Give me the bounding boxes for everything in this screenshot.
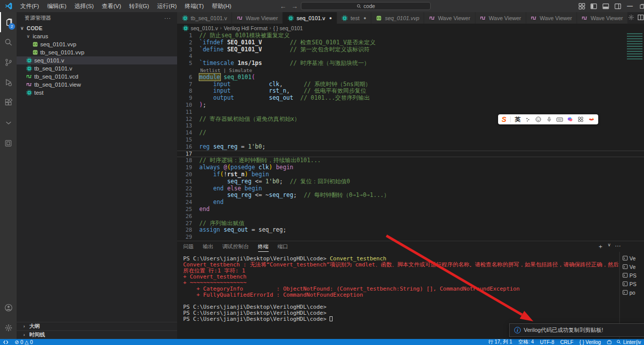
explorer-icon[interactable]: 2 [0, 12, 17, 32]
wave-file-icon [480, 15, 487, 21]
panel-more-icon[interactable]: ··· [615, 242, 621, 251]
panel-tab-问题[interactable]: 问题 [183, 241, 194, 252]
editor-tab[interactable]: tb_seq_0101.v [177, 12, 232, 24]
menu-item[interactable]: 查看(V) [98, 0, 125, 12]
ime-mic-icon[interactable] [546, 116, 552, 123]
restore-window-icon[interactable] [636, 0, 644, 12]
status-item[interactable]: UTF-8 [537, 339, 557, 345]
sidebar-section-时间线[interactable]: ›时间线 [17, 330, 177, 339]
ime-keyboard-icon[interactable] [556, 116, 563, 123]
settings-gear-icon[interactable] [0, 318, 17, 338]
breadcrumb-part[interactable]: { } seq_0101 [273, 25, 303, 31]
terminal-dropdown-icon[interactable]: ∨ [607, 242, 611, 251]
tree-item[interactable]: tb_seq_0101.vcd [17, 73, 177, 81]
code-line: 25end [177, 206, 644, 213]
editor-tab[interactable]: Wave Viewer [424, 12, 475, 24]
toggle-panel-icon[interactable] [600, 0, 612, 12]
tree-item[interactable]: tb_seq_0101.vvp [17, 48, 177, 56]
editor-tab[interactable]: Wave Viewer [577, 12, 628, 24]
ime-toolbox-icon[interactable] [578, 116, 584, 123]
ime-lips-icon[interactable] [588, 116, 595, 123]
command-center-search[interactable]: code [301, 2, 431, 10]
terminal-icon [622, 290, 628, 295]
status-item[interactable]: 空格: 4 [515, 339, 537, 345]
ime-skin-icon[interactable] [567, 116, 574, 123]
container-tools-icon[interactable] [0, 133, 17, 153]
ime-emoji-icon[interactable] [535, 116, 542, 123]
run-settings-gear-icon[interactable] [628, 14, 634, 23]
search-sidebar-icon[interactable] [0, 32, 17, 52]
editor-tab[interactable]: Wave Viewer [526, 12, 577, 24]
tree-item[interactable]: seq_0101.vvp [17, 40, 177, 48]
account-icon[interactable] [0, 298, 17, 318]
extensions-icon[interactable] [0, 93, 17, 113]
tab-bar: tb_seq_0101.vWave Viewerseq_0101.v●test●… [177, 12, 644, 24]
menu-item[interactable]: 文件(F) [16, 0, 43, 12]
status-item[interactable]: { } Verilog [577, 339, 604, 345]
editor-tab[interactable]: Wave Viewer [232, 12, 283, 24]
tree-item[interactable]: tb_seq_0101.view [17, 81, 177, 89]
menu-item[interactable]: 选择(S) [70, 0, 98, 12]
panel-tab-终端[interactable]: 终端 [258, 241, 269, 252]
sogou-logo-icon[interactable]: S [502, 115, 506, 123]
nav-back-icon[interactable]: ← [280, 3, 286, 10]
menu-item[interactable]: 终端(T) [181, 0, 208, 12]
status-item[interactable]: Linter(iv [604, 339, 644, 345]
tab-label: Wave Viewer [540, 15, 572, 21]
breadcrumb[interactable]: seq_0101.v›Verilog Hdl Format›{ } seq_01… [177, 24, 644, 32]
menu-item[interactable]: 帮助(H) [208, 0, 235, 12]
terminal-list-item[interactable]: Ve [620, 254, 644, 262]
sogou-ime-toolbar[interactable]: S 英 [498, 114, 598, 124]
status-item[interactable]: CRLF [557, 339, 576, 345]
chip-file-icon [182, 15, 188, 21]
problems-indicator[interactable]: ⊘0 △0 [12, 339, 36, 345]
sidebar-section-大纲[interactable]: ›大纲 [17, 322, 177, 330]
sidebar-more-icon[interactable]: ··· [165, 15, 172, 21]
run-debug-icon[interactable] [0, 73, 17, 93]
editor-tab[interactable]: seq_0101.v● [283, 12, 337, 24]
source-control-icon[interactable] [0, 52, 17, 73]
toggle-sidebar-icon[interactable] [588, 0, 600, 12]
terminal-list-item[interactable]: PS [620, 280, 644, 288]
breadcrumb-part[interactable]: Verilog Hdl Format [224, 25, 268, 31]
codelens-link[interactable]: Netlist | Simulate [177, 67, 252, 74]
split-editor-icon[interactable] [637, 14, 644, 23]
tree-item[interactable]: seq_0101.v [17, 56, 177, 64]
ime-language-mode[interactable]: 英 [515, 116, 521, 123]
line-number: 1 [177, 32, 199, 39]
terminal-list-item[interactable]: po [620, 288, 644, 297]
panel-tab-端口[interactable]: 端口 [278, 241, 288, 252]
editor-tab[interactable]: seq_0101.vvp [371, 12, 425, 24]
line-number: 17 [177, 151, 199, 158]
minimize-window-icon[interactable]: ─ [624, 0, 636, 12]
tab-label: Wave Viewer [591, 15, 623, 21]
new-terminal-icon[interactable]: ＋ [597, 242, 603, 251]
editor-tab[interactable]: Wave Viewer [475, 12, 526, 24]
menu-item[interactable]: 转到(G) [125, 0, 153, 12]
remote-indicator[interactable] [0, 339, 12, 345]
editor-tab[interactable]: test● [337, 12, 371, 24]
panel-tab-输出[interactable]: 输出 [203, 241, 213, 252]
vvp-file-icon [32, 49, 38, 56]
ime-voice-icon[interactable] [525, 116, 531, 123]
menu-item[interactable]: 运行(R) [153, 0, 181, 12]
line-content: if(!rst_n) begin [199, 171, 269, 178]
terminal-list-item[interactable]: PS [620, 271, 644, 280]
customize-layout-icon[interactable] [576, 0, 588, 12]
menu-item[interactable]: 编辑(E) [43, 0, 70, 12]
tree-item[interactable]: tb_seq_0101.v [17, 64, 177, 73]
nav-forward-icon[interactable]: → [291, 3, 298, 10]
code-editor[interactable]: 1// 防止seq_0101模块被重复定义2`ifndef SEQ_0101_V… [177, 32, 644, 241]
notification-toast[interactable]: i Verilog代码已成功复制到剪贴板! [509, 323, 644, 337]
additional-views-chevron-icon[interactable] [0, 113, 17, 133]
minimap[interactable] [627, 33, 642, 59]
toggle-secondary-sidebar-icon[interactable] [612, 0, 624, 12]
tree-item[interactable]: ∨CODE [17, 24, 177, 32]
tree-item[interactable]: test [17, 89, 177, 97]
status-item[interactable]: 行 17, 列 1 [485, 339, 515, 345]
terminal-list-item[interactable]: Ve [620, 262, 644, 271]
panel-tab-调试控制台[interactable]: 调试控制台 [222, 241, 249, 252]
activity-bar: 2 [0, 12, 17, 339]
tree-item[interactable]: ∨icarus [17, 32, 177, 40]
tree-item-label: tb_seq_0101.v [34, 65, 72, 72]
